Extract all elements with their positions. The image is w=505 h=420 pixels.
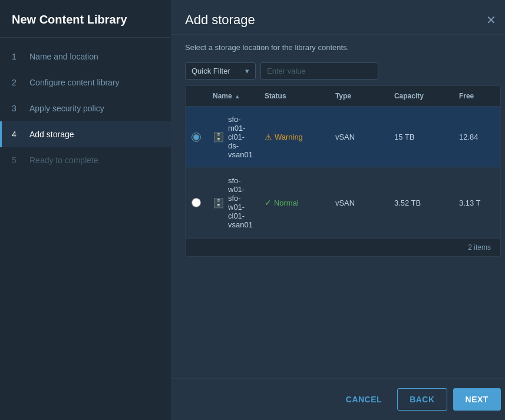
th-select <box>186 86 207 106</box>
close-button[interactable]: ✕ <box>481 12 501 28</box>
filter-input[interactable] <box>260 62 378 80</box>
row-2-name: 🗄️ sfo-w01-sfo-w01-cl01-vsan01 <box>207 168 259 237</box>
sidebar-step-2[interactable]: 2 Configure content library <box>0 70 171 95</box>
sort-arrow-icon: ▲ <box>235 93 240 100</box>
check-icon: ✓ <box>265 198 272 207</box>
sidebar-step-5: 5 Ready to complete <box>0 147 171 173</box>
main-dialog: Add storage ✕ Select a storage location … <box>171 0 505 420</box>
sidebar-title: New Content Library <box>0 0 171 38</box>
row-2-free: 3.13 T <box>453 190 500 216</box>
table-row[interactable]: 🗄️ sfo-m01-cl01-ds-vsan01 ⚠ Warning vSAN… <box>186 107 500 168</box>
row-2-radio-cell[interactable] <box>186 190 207 216</box>
dialog-footer: CANCEL BACK NEXT <box>171 378 505 420</box>
content-spacer <box>171 257 505 378</box>
filter-bar: Quick Filter ▾ <box>171 58 505 85</box>
th-free-label: Free <box>459 92 474 100</box>
row-2-radio[interactable] <box>192 198 201 207</box>
step-4-number: 4 <box>12 130 22 139</box>
sidebar-step-4[interactable]: 4 Add storage <box>0 121 171 147</box>
next-button[interactable]: NEXT <box>453 388 501 411</box>
step-2-number: 2 <box>12 78 22 87</box>
warning-status: ⚠ Warning <box>265 133 303 142</box>
storage-table: Name ▲ Status Type Capacity Free 🗄️ <box>185 85 501 257</box>
step-4-label: Add storage <box>29 130 74 139</box>
th-free: Free <box>453 86 500 106</box>
sidebar-step-1[interactable]: 1 Name and location <box>0 44 171 70</box>
row-1-status-text: Warning <box>275 133 303 141</box>
step-3-label: Apply security policy <box>29 104 104 113</box>
th-type: Type <box>329 86 388 106</box>
th-status: Status <box>259 86 329 106</box>
step-5-label: Ready to complete <box>29 156 98 165</box>
step-1-number: 1 <box>12 52 22 61</box>
th-name-label: Name <box>213 92 232 100</box>
step-1-label: Name and location <box>29 52 98 61</box>
step-5-number: 5 <box>12 156 22 165</box>
row-1-name-text: sfo-m01-cl01-ds-vsan01 <box>228 115 253 159</box>
th-capacity-label: Capacity <box>394 92 424 100</box>
row-2-type: vSAN <box>329 190 388 216</box>
th-name[interactable]: Name ▲ <box>207 86 259 106</box>
th-status-label: Status <box>265 92 286 100</box>
th-capacity: Capacity <box>388 86 453 106</box>
warning-triangle-icon: ⚠ <box>265 133 272 142</box>
row-1-name: 🗄️ sfo-m01-cl01-ds-vsan01 <box>207 107 259 167</box>
step-3-number: 3 <box>12 104 22 113</box>
storage-icon: 🗄️ <box>213 131 225 143</box>
sidebar: New Content Library 1 Name and location … <box>0 0 171 420</box>
step-2-label: Configure content library <box>29 78 120 87</box>
row-1-capacity: 15 TB <box>388 124 453 150</box>
table-item-count: 2 items <box>468 243 491 252</box>
row-2-name-text: sfo-w01-sfo-w01-cl01-vsan01 <box>228 176 253 229</box>
normal-status: ✓ Normal <box>265 198 299 207</box>
cancel-button[interactable]: CANCEL <box>336 389 391 410</box>
chevron-down-icon: ▾ <box>245 67 249 75</box>
row-1-radio[interactable] <box>192 133 201 142</box>
table-footer: 2 items <box>186 238 500 256</box>
th-type-label: Type <box>335 92 351 100</box>
quick-filter-dropdown[interactable]: Quick Filter ▾ <box>185 62 256 80</box>
sidebar-steps: 1 Name and location 2 Configure content … <box>0 38 171 179</box>
row-1-status: ⚠ Warning <box>259 124 329 150</box>
table-row[interactable]: 🗄️ sfo-w01-sfo-w01-cl01-vsan01 ✓ Normal … <box>186 168 500 238</box>
dialog-header: Add storage ✕ <box>171 0 505 35</box>
dialog-title: Add storage <box>185 12 255 28</box>
table-header: Name ▲ Status Type Capacity Free <box>186 86 500 107</box>
row-1-radio-cell[interactable] <box>186 124 207 150</box>
row-1-type: vSAN <box>329 124 388 150</box>
storage-icon: 🗄️ <box>213 197 225 209</box>
row-2-capacity: 3.52 TB <box>388 190 453 216</box>
row-2-status: ✓ Normal <box>259 190 329 216</box>
dialog-subtitle: Select a storage location for the librar… <box>171 35 505 58</box>
back-button[interactable]: BACK <box>397 388 447 411</box>
sidebar-step-3[interactable]: 3 Apply security policy <box>0 95 171 121</box>
row-2-status-text: Normal <box>274 199 299 207</box>
quick-filter-label: Quick Filter <box>192 67 230 75</box>
row-1-free: 12.84 <box>453 124 500 150</box>
